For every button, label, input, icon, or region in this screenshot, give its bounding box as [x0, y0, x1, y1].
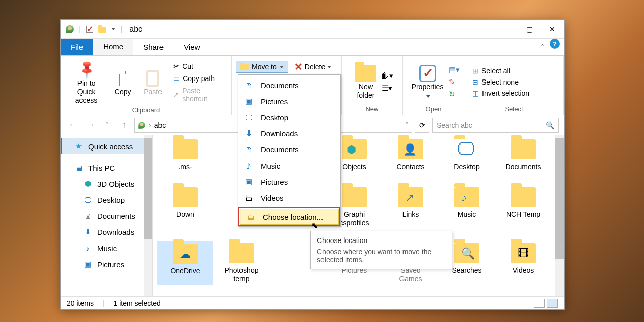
group-label-new: New: [342, 105, 403, 115]
open-icon[interactable]: ▤▾: [449, 65, 460, 74]
picture-icon: ▣: [83, 260, 92, 269]
copy-button[interactable]: Copy: [108, 67, 138, 98]
list-item[interactable]: 👤Contacts: [382, 137, 439, 173]
file-explorer-window: | ✓ | abc — ▢ ✕ File Home Share View ˄ ?…: [60, 19, 565, 310]
new-item-icon[interactable]: 🗐▾: [382, 71, 393, 80]
minimize-button[interactable]: —: [495, 20, 518, 39]
list-item[interactable]: ↗Links: [382, 185, 439, 229]
video-icon: 🎞: [518, 247, 529, 260]
folder-icon: 👤: [398, 139, 423, 159]
dropdown-item-desktop[interactable]: 🖵Desktop: [238, 109, 340, 125]
tab-home[interactable]: Home: [93, 39, 133, 55]
edit-icon[interactable]: ✎: [449, 77, 460, 87]
chevron-down-icon[interactable]: ˅: [405, 121, 409, 129]
list-item[interactable]: ♪Music: [439, 185, 495, 229]
tab-view[interactable]: View: [174, 39, 210, 55]
user-icon: [138, 122, 145, 129]
desktop-icon: 🖵: [457, 138, 475, 160]
invert-selection-button[interactable]: ◫Invert selection: [470, 88, 531, 99]
icons-view-button[interactable]: [547, 299, 558, 308]
maximize-button[interactable]: ▢: [518, 20, 541, 39]
dropdown-item-documents-2[interactable]: 🗎Documents: [238, 141, 340, 157]
sidebar-quick-access[interactable]: ★Quick access: [61, 138, 144, 154]
close-button[interactable]: ✕: [541, 20, 564, 39]
sidebar-music[interactable]: ♪Music: [61, 240, 144, 256]
dropdown-item-music[interactable]: ♪Music: [238, 157, 340, 174]
window-title: abc: [129, 25, 142, 34]
recent-dropdown[interactable]: ˅: [100, 118, 114, 132]
ribbon-tabs: File Home Share View ˄ ?: [61, 39, 564, 56]
qat-properties-icon[interactable]: ✓: [86, 26, 93, 33]
delete-button[interactable]: ✕ Delete: [294, 61, 331, 73]
folder-icon: 🖵: [454, 139, 479, 159]
status-item-count: 20 items: [67, 299, 94, 307]
folder-icon: [240, 64, 249, 70]
copy-icon: [116, 71, 130, 86]
music-icon: ♪: [461, 191, 467, 204]
content-scrollbar[interactable]: [555, 135, 564, 296]
easy-access-icon[interactable]: ☰▾: [382, 84, 393, 93]
desktop-icon: 🖵: [83, 195, 92, 204]
folder-icon: ♪: [454, 187, 479, 207]
select-none-button[interactable]: ⊟Select none: [470, 76, 521, 88]
x-icon: ✕: [294, 61, 303, 73]
checkmark-icon: [419, 65, 436, 82]
sidebar-desktop[interactable]: 🖵Desktop: [61, 192, 144, 208]
search-input[interactable]: Search abc 🔍: [432, 118, 559, 133]
forward-button[interactable]: →: [83, 118, 97, 132]
refresh-button[interactable]: ⟳: [415, 118, 429, 133]
link-icon: ↗: [405, 191, 414, 204]
folder-icon: ☁: [173, 244, 198, 264]
cut-button[interactable]: ✂Cut: [171, 61, 227, 72]
list-item[interactable]: NCH Temp: [495, 185, 551, 229]
dropdown-item-pictures-2[interactable]: ▣Pictures: [238, 174, 340, 190]
pin-to-quick-access-button[interactable]: 📌 Pin to Quick access: [65, 59, 108, 106]
list-item[interactable]: 🖵Desktop: [439, 137, 495, 173]
breadcrumb-current[interactable]: abc: [154, 121, 166, 129]
history-icon[interactable]: ↻: [449, 90, 460, 99]
sidebar-documents[interactable]: 🗎Documents: [61, 208, 144, 224]
up-button[interactable]: ↑: [117, 118, 131, 132]
sidebar-this-pc[interactable]: 🖥This PC: [61, 159, 144, 176]
dropdown-item-videos[interactable]: 🎞Videos: [238, 190, 340, 206]
list-item[interactable]: Documents: [495, 137, 551, 173]
folder-copy-icon: 🗂: [246, 213, 256, 221]
folder-icon: [342, 187, 367, 207]
list-item[interactable]: .ms-: [157, 137, 213, 173]
list-item[interactable]: ☁OneDrive: [157, 241, 213, 285]
desktop-icon: 🖵: [244, 113, 254, 122]
dropdown-item-documents[interactable]: 🗎Documents: [238, 77, 340, 93]
dropdown-item-downloads[interactable]: ⬇Downloads: [238, 125, 340, 141]
sidebar-downloads[interactable]: ⬇Downloads: [61, 224, 144, 240]
paste-shortcut-button[interactable]: ↗Paste shortcut: [171, 85, 227, 104]
select-all-button[interactable]: ⊞Select all: [470, 65, 512, 76]
dropdown-choose-location[interactable]: 🗂Choose location...: [240, 209, 339, 225]
tab-share[interactable]: Share: [133, 39, 174, 55]
move-to-button[interactable]: Move to: [236, 61, 288, 73]
sidebar-3d-objects[interactable]: ⬢3D Objects: [61, 176, 144, 192]
dropdown-item-pictures[interactable]: ▣Pictures: [238, 93, 340, 109]
sidebar-pictures[interactable]: ▣Pictures: [61, 256, 144, 272]
properties-button[interactable]: Properties: [407, 62, 448, 102]
details-view-button[interactable]: [534, 299, 545, 308]
list-item[interactable]: Photoshop temp: [213, 241, 270, 285]
sidebar-scrollbar[interactable]: [144, 135, 152, 296]
paste-button[interactable]: Paste: [138, 67, 168, 98]
status-bar: 20 items | 1 item selected: [61, 296, 564, 309]
music-icon: ♪: [83, 244, 92, 253]
folder-icon: ⬢: [342, 139, 367, 159]
qat-dropdown-icon[interactable]: [111, 28, 115, 30]
tab-file[interactable]: File: [61, 39, 93, 55]
copy-path-button[interactable]: ▭Copy path: [171, 73, 227, 84]
new-folder-button[interactable]: New folder: [351, 62, 381, 102]
help-icon[interactable]: ?: [550, 39, 560, 49]
list-item[interactable]: Down: [157, 185, 213, 229]
folder-icon: [98, 27, 106, 33]
list-item[interactable]: 🎞Videos: [495, 241, 551, 285]
tooltip-title: Choose location: [317, 236, 446, 245]
group-label-open: Open: [403, 105, 464, 115]
search-icon: 🔍: [461, 247, 475, 260]
collapse-ribbon-icon[interactable]: ˄: [535, 39, 550, 55]
back-button[interactable]: ←: [66, 118, 80, 132]
shortcut-icon: ↗: [173, 91, 179, 99]
